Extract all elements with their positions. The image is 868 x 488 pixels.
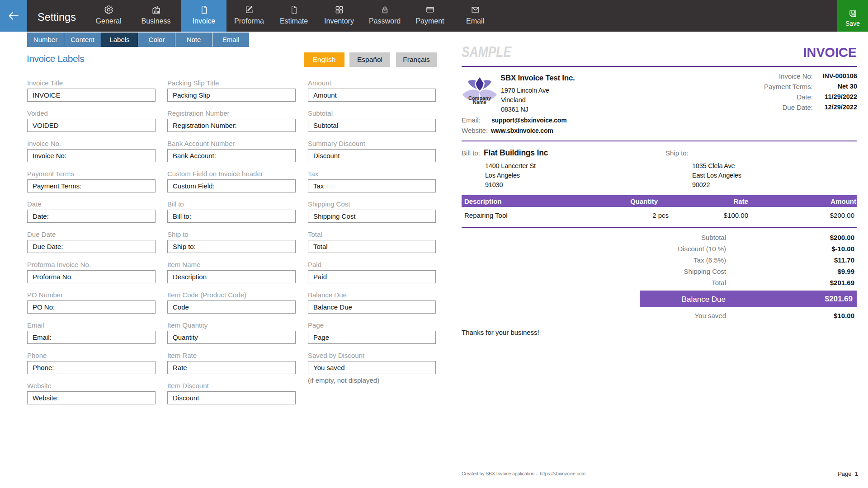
svg-text:Name: Name [473,99,486,105]
